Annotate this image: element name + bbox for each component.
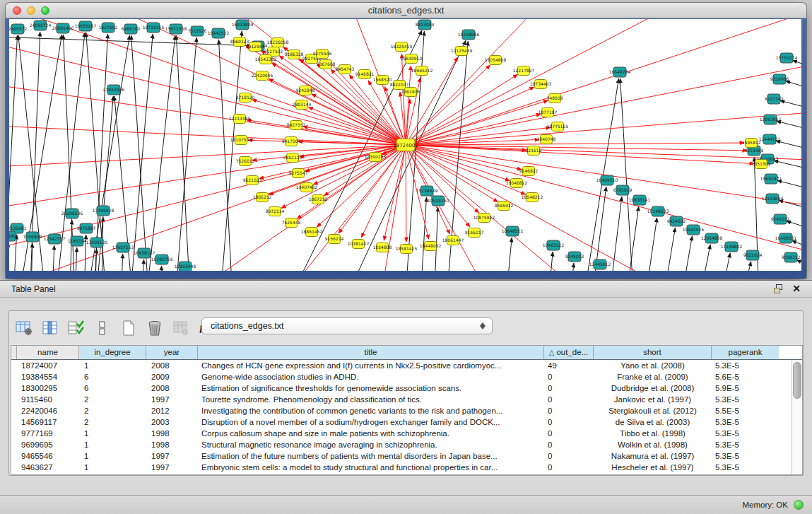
graph-node[interactable]: 1362615 [401,88,420,97]
graph-node[interactable]: 18325419 [391,42,413,52]
window-titlebar[interactable]: citations_edges.txt [6,3,806,18]
graph-node[interactable]: 9275547 [289,169,308,178]
graph-node[interactable]: 18548212 [522,193,543,202]
graph-node[interactable]: 6466160 [122,24,141,34]
graph-node[interactable]: 9146822 [519,167,539,176]
table-select-dropdown[interactable]: citations_edges.txt [201,317,493,334]
column-header-title[interactable]: title [198,346,544,359]
graph-node[interactable]: 10407482 [296,183,318,192]
table-row[interactable]: 911546021997Tourette syndrome. Phenomeno… [11,394,802,405]
network-canvas[interactable]: 2405572240557242089140610655287152760264… [9,19,801,271]
graph-node[interactable]: 15134549 [416,186,438,196]
graph-node[interactable]: 2803144 [293,100,312,110]
graph-node[interactable]: 13505135 [86,238,108,247]
graph-node[interactable]: 22420046 [252,71,273,81]
graph-node[interactable]: 2718120 [236,93,255,103]
column-header-short[interactable]: short [594,346,712,359]
table-row[interactable]: 2242004622012Investigating the contribut… [11,405,802,416]
column-display-icon[interactable] [41,320,59,337]
graph-node[interactable]: 10381427 [348,240,370,249]
column-header-pagerank[interactable]: pagerank [712,346,779,359]
graph-node[interactable]: 1568520 [373,76,392,85]
table-vertical-scrollbar[interactable] [792,360,802,474]
graph-node[interactable]: 1054808 [373,243,392,252]
table-settings-icon[interactable] [15,320,33,337]
graph-node[interactable]: 12125439 [451,47,473,56]
graph-node[interactable]: 8186328 [285,50,304,59]
graph-node[interactable]: 10655287 [75,21,97,31]
table-mode-icon[interactable] [93,320,112,337]
graph-node[interactable]: 2367608 [317,60,336,69]
graph-node[interactable]: 9242848 [296,86,315,95]
column-header-year[interactable]: year [146,346,198,359]
graph-node[interactable]: 8454743 [336,65,355,74]
graph-node[interactable]: 10148633 [647,206,669,216]
graph-node[interactable]: 748508 [547,94,563,103]
table-row[interactable]: 1872400712008Changes of HCN gene express… [11,360,802,371]
graph-node[interactable]: 10448082 [420,242,442,251]
graph-node[interactable]: 11249802 [721,242,743,252]
graph-node[interactable]: 12444151 [759,134,781,144]
table-panel-titlebar[interactable]: Table Panel ✕ [0,281,812,298]
graph-node[interactable]: 9245012 [771,214,790,224]
column-header-out-degree[interactable]: △out_de... [544,346,594,359]
memory-ok-indicator-icon[interactable] [794,500,804,510]
graph-node[interactable]: 12054808 [701,233,723,243]
graph-node[interactable]: 8813054 [416,20,435,30]
graph-node[interactable]: 9227343 [765,94,784,104]
close-panel-icon[interactable]: ✕ [792,283,801,294]
graph-node[interactable]: 1527602 [99,23,118,33]
graph-node[interactable]: 18226058 [267,38,289,47]
graph-node[interactable]: 9156214 [325,235,344,244]
graph-node[interactable]: 10648522 [502,226,524,236]
graph-node[interactable]: 1867212 [309,195,328,204]
graph-node[interactable]: 9417004 [282,137,301,146]
graph-node[interactable]: 1866212 [253,193,272,202]
select-rows-icon[interactable] [67,320,86,337]
graph-node[interactable]: 19218986 [458,30,480,40]
graph-node[interactable]: 2405572 [9,24,28,34]
node-table[interactable]: name in_degree year title △out_de... sho… [11,345,803,475]
graph-node[interactable]: 16648784 [609,67,631,77]
graph-node[interactable]: 10719155 [143,23,165,33]
graph-node[interactable]: 16861452 [301,228,323,237]
table-row[interactable]: 946554611997Estimation of the future num… [11,450,802,462]
float-panel-icon[interactable] [774,284,784,293]
graph-node[interactable]: 9621024 [743,250,763,260]
graph-node[interactable]: 17957253 [112,243,134,252]
graph-node[interactable]: 12103654 [762,194,784,204]
graph-node[interactable]: 24055724 [30,21,52,30]
graph-node[interactable]: 9245013 [565,252,584,262]
graph-node[interactable]: 16965212 [411,66,433,76]
import-table-icon[interactable] [172,320,190,337]
graph-node[interactable]: 16640910 [401,54,423,64]
graph-node[interactable]: 16782759 [151,255,173,264]
table-row[interactable]: 1830029562008Estimation of significance … [11,382,802,394]
graph-node[interactable]: 18061447 [442,236,464,245]
graph-node[interactable]: 20891406 [52,23,74,33]
graph-node[interactable]: 321612 [526,146,542,156]
graph-node[interactable]: 9518312 [782,252,801,262]
graph-node[interactable]: 15671358 [165,24,187,34]
column-header-in-degree[interactable]: in_degree [79,346,146,359]
graph-node[interactable]: 8595912 [495,201,514,211]
graph-node[interactable]: 7526012 [236,157,255,166]
graph-node[interactable]: 7625448 [282,218,301,228]
graph-node[interactable]: 12445012 [589,259,611,269]
graph-node[interactable]: 15751074 [776,53,798,63]
graph-node[interactable]: 10515150 [428,196,449,206]
graph-node[interactable]: 8427552 [287,121,306,130]
graph-node[interactable]: 10875912 [473,214,495,223]
graph-node[interactable]: 12217897 [513,66,535,76]
graph-node[interactable]: 7852110 [283,153,302,163]
graph-node[interactable]: 9156217 [465,228,484,238]
table-row[interactable]: 977716911998Corpus callosum shape and si… [11,428,802,439]
table-row[interactable]: 969969511998Structural magnetic resonanc… [11,439,802,450]
graph-node[interactable]: 9621023 [243,176,262,185]
graph-node[interactable]: 15692971 [760,174,782,184]
new-column-icon[interactable] [119,320,138,337]
graph-node[interactable]: 11054808 [485,56,507,65]
graph-node[interactable]: 16046812 [506,179,528,188]
graph-node[interactable]: 18724007 [393,139,418,151]
graph-node[interactable]: 1145194 [68,236,87,246]
